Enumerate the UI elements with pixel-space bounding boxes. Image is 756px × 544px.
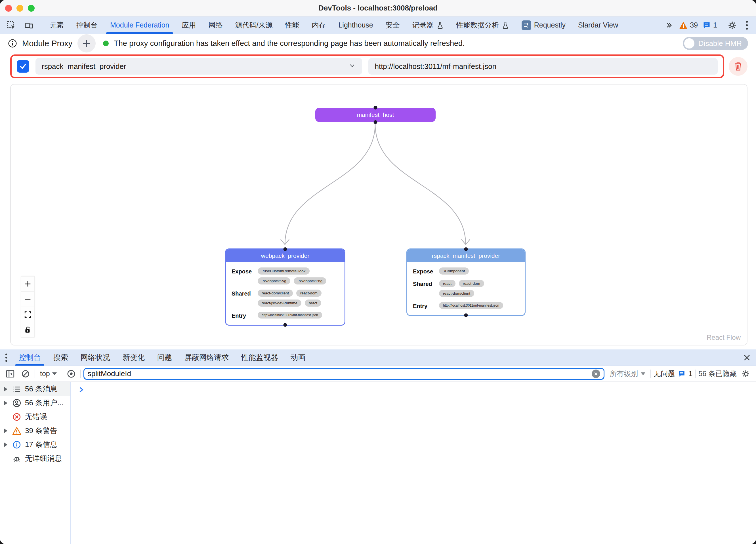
module-pill[interactable]: react [305,299,321,306]
add-proxy-rule-button[interactable] [77,34,96,53]
log-levels-value: 所有级别 [610,369,638,378]
drawer-kebab-menu-icon[interactable] [0,349,12,365]
warnings-badge[interactable]: 39 [679,21,698,29]
drawer-tab-新变化[interactable]: 新变化 [116,349,151,365]
toolbar-divider [35,369,35,378]
tab-slardar-view[interactable]: Slardar View [572,16,624,34]
sidebar-item-warning[interactable]: 39 条警告 [0,424,70,438]
module-pill[interactable]: ./WebpackPng [294,277,327,284]
warning-icon [12,427,22,435]
sidebar-item-user[interactable]: 56 条用户... [0,396,70,410]
tab-网络[interactable]: 网络 [202,16,229,34]
console-drawer: 控制台搜索网络状况新变化问题屏蔽网络请求性能监视器动画 top [0,349,756,544]
device-toolbar-icon[interactable] [22,18,36,32]
triangle-icon [4,386,7,392]
drawer-tab-性能监视器[interactable]: 性能监视器 [235,349,284,365]
expand-triangle-icon[interactable] [2,428,9,433]
module-pill[interactable]: react [439,280,455,287]
sidebar-item-label: 56 条用户... [25,398,64,408]
zoom-out-button[interactable] [21,291,35,307]
module-pill[interactable]: ./useCustomRemoteHook [258,268,310,274]
window-title: DevTools - localhost:3008/preload [0,4,756,12]
node-manifest-host[interactable]: manifest_host [315,108,436,122]
manifest-url-input[interactable] [368,58,718,75]
node-webpack-provider[interactable]: webpack_provider Expose./useCustomRemote… [225,249,345,325]
provider-select[interactable]: rspack_manifest_provider [35,58,362,75]
issues-status[interactable]: 无问题 1 [654,369,692,378]
flow-controls [21,276,35,337]
tab-记录器[interactable]: 记录器 [406,16,450,34]
inspect-element-icon[interactable] [4,18,19,32]
triangle-icon [4,400,7,406]
zoom-in-button[interactable] [21,276,35,291]
tab-内存[interactable]: 内存 [305,16,332,34]
drawer-tab-label: 控制台 [19,352,41,362]
toolbar-divider [695,369,696,378]
tab-控制台[interactable]: 控制台 [70,16,104,34]
devtools-window: DevTools - localhost:3008/preload 元素控制台M… [0,0,756,544]
toolbar-divider [650,369,651,378]
settings-gear-icon[interactable] [726,18,738,32]
react-flow-attribution[interactable]: React Flow [707,333,741,341]
tab-性能[interactable]: 性能 [279,16,305,34]
node-rspack-manifest-provider[interactable]: rspack_manifest_provider Expose./Compone… [406,249,526,316]
tab-源代码-来源[interactable]: 源代码/来源 [229,16,279,34]
clear-filter-icon[interactable] [592,369,600,378]
lock-button[interactable] [21,322,35,337]
module-pill[interactable]: http://localhost:3011/mf-manifest.json [439,302,503,309]
kebab-menu-icon[interactable] [742,18,751,32]
flask-icon [502,21,509,29]
module-pill[interactable]: react/jsx-dev-runtime [258,299,301,306]
log-levels-dropdown[interactable]: 所有级别 [607,369,648,378]
sidebar-item-error[interactable]: 无错误 [0,410,70,424]
drawer-tab-label: 搜索 [53,352,68,362]
console-settings-gear-icon[interactable] [740,367,752,380]
disable-hmr-toggle[interactable]: Disable HMR [683,37,748,50]
info-icon [12,440,22,449]
drawer-tab-label: 性能监视器 [241,352,278,362]
expand-triangle-icon[interactable] [2,386,9,392]
clear-console-icon[interactable] [19,367,32,380]
delete-rule-button[interactable] [729,57,747,76]
tab-requestly[interactable]: Requestly [515,16,572,34]
sidebar-item-list[interactable]: 56 条消息 [0,382,70,396]
console-filter-input[interactable] [88,369,589,378]
module-proxy-toolbar: Module Proxy The proxy configuration has… [0,34,756,53]
tab-应用[interactable]: 应用 [175,16,202,34]
module-pill[interactable]: react-dom [459,280,484,287]
node-handle [283,247,287,251]
devtools-tabbar: 元素控制台Module Federation应用网络源代码/来源性能内存Ligh… [0,16,756,34]
module-pill[interactable]: react-dom/client [258,289,293,297]
sidebar-item-info[interactable]: 17 条信息 [0,438,70,451]
fit-view-button[interactable] [21,307,35,322]
issues-badge[interactable]: 1 [702,21,717,29]
tab-lighthouse[interactable]: Lighthouse [332,16,379,34]
drawer-tab-网络状况[interactable]: 网络状况 [74,349,116,365]
drawer-tab-问题[interactable]: 问题 [151,349,178,365]
drawer-close-icon[interactable] [738,349,756,365]
sidebar-item-bug[interactable]: 无详细消息 [0,451,70,465]
expand-triangle-icon[interactable] [2,442,9,447]
module-pill[interactable]: ./WebpackSvg [258,277,290,284]
tab-性能数据分析[interactable]: 性能数据分析 [450,16,515,34]
console-sidebar-toggle-icon[interactable] [4,367,16,380]
drawer-tab-搜索[interactable]: 搜索 [47,349,74,365]
tab-元素[interactable]: 元素 [43,16,70,34]
warning-icon [679,21,688,29]
drawer-tab-屏蔽网络请求[interactable]: 屏蔽网络请求 [178,349,235,365]
module-pill[interactable]: ./Component [439,268,469,274]
context-selector[interactable]: top [38,369,59,378]
tab-module-federation[interactable]: Module Federation [104,16,175,34]
tab-安全[interactable]: 安全 [379,16,406,34]
console-main[interactable] [71,382,756,544]
more-tabs-button[interactable] [663,18,675,32]
module-graph-panel[interactable]: manifest_host webpack_provider Expose./u… [10,84,747,345]
drawer-tab-控制台[interactable]: 控制台 [12,349,47,365]
live-expression-eye-icon[interactable] [65,367,77,380]
module-pill[interactable]: http://localhost:3009/mf-manifest.json [258,312,322,318]
module-pill[interactable]: react-dom/client [439,290,474,297]
expand-triangle-icon[interactable] [2,400,9,406]
drawer-tab-动画[interactable]: 动画 [284,349,312,365]
module-pill[interactable]: react-dom [296,289,322,297]
rule-enabled-checkbox[interactable] [17,60,29,73]
